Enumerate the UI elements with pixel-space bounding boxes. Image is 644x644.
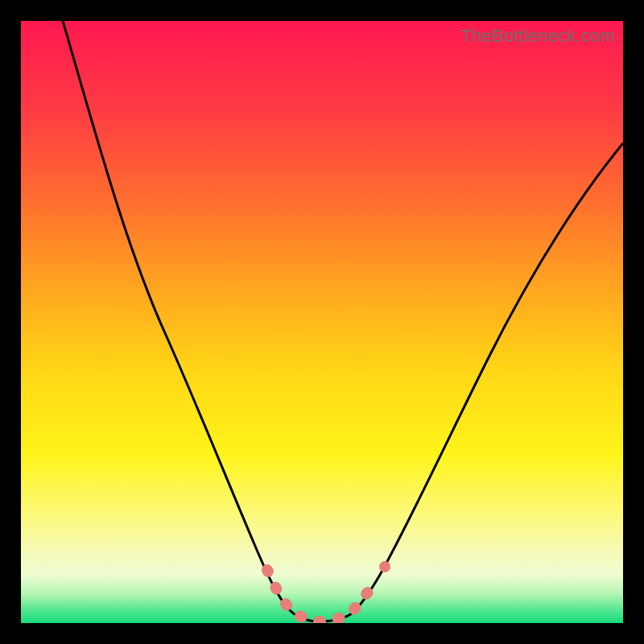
- valley-dots: [267, 570, 372, 621]
- main-curve: [63, 21, 623, 621]
- curve-svg: [21, 21, 623, 623]
- chart-frame: TheBottleneck.com: [0, 0, 644, 644]
- valley-dot-extra: [379, 561, 390, 572]
- plot-area: TheBottleneck.com: [21, 21, 623, 623]
- watermark-text: TheBottleneck.com: [460, 26, 615, 47]
